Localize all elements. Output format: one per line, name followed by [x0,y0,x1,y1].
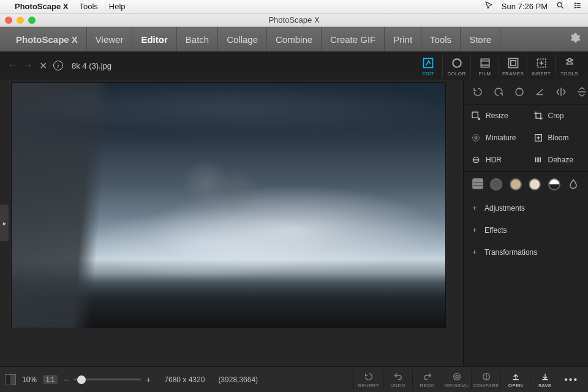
swatch-list-icon[interactable] [472,178,483,189]
flip-horizontal-icon[interactable] [556,86,567,98]
canvas-area[interactable] [0,80,463,366]
zoom-percent[interactable]: 10% [22,375,37,384]
svg-point-12 [571,59,573,61]
tool-dehaze[interactable]: Dehaze [526,149,589,171]
redo-icon [413,371,442,382]
zoom-slider-knob[interactable] [77,375,86,384]
tab-collage[interactable]: Collage [218,27,267,51]
workspace: ▸ Resize Crop Miniature Bloom HDR Dehaze [0,80,588,366]
plus-icon: + [472,225,478,235]
tool-miniature[interactable]: Miniature [464,127,526,149]
tooltab-edit[interactable]: EDIT [414,54,442,78]
tool-hdr[interactable]: HDR [464,149,526,171]
tab-create-gif[interactable]: Create GIF [322,27,385,51]
btn-original[interactable]: ORIGINAL [442,370,471,390]
compare-icon [472,371,500,382]
btn-more[interactable]: ••• [559,374,583,385]
tool-resize[interactable]: Resize [464,105,526,127]
tooltab-frames[interactable]: FRAMES [499,54,527,78]
edit-icon [414,56,442,70]
svg-point-0 [557,2,562,7]
svg-point-13 [516,88,523,96]
tooltab-color[interactable]: COLOR [442,54,470,78]
menubar-clock[interactable]: Sun 7:26 PM [502,2,548,11]
rotate-arbitrary-icon[interactable] [514,86,525,98]
swatch-split[interactable] [548,178,560,190]
zoom-slider[interactable] [74,379,141,380]
frames-icon [499,56,527,70]
tab-combine[interactable]: Combine [267,27,322,51]
svg-point-3 [575,7,575,8]
window-title: PhotoScape X [0,15,588,24]
revert-icon [354,371,383,382]
section-adjustments[interactable]: +Adjustments [464,197,588,219]
svg-point-16 [475,137,477,139]
tooltab-insert[interactable]: INSERT [527,54,555,78]
tab-tools[interactable]: Tools [421,27,461,51]
insert-icon [527,56,555,70]
tooltab-tools[interactable]: TOOLS [555,54,583,78]
zoom-out-icon[interactable]: − [64,375,69,385]
flip-vertical-icon[interactable] [576,86,587,98]
settings-gear-icon[interactable] [568,32,581,47]
zoom-in-icon[interactable]: + [146,375,151,385]
tab-batch[interactable]: Batch [177,27,218,51]
section-effects[interactable]: +Effects [464,219,588,241]
filename-label: 8k 4 (3).jpg [72,61,111,70]
nav-close-icon[interactable]: ✕ [39,60,47,72]
tools-icon [556,56,583,70]
btn-save[interactable]: SAVE [530,370,559,390]
plus-icon: + [472,247,478,257]
swatch-droplet-icon[interactable] [567,178,579,190]
compare-split-icon[interactable] [5,374,16,385]
main-tab-bar: PhotoScape X Viewer Editor Batch Collage… [0,27,588,51]
svg-point-1 [575,3,575,4]
svg-point-11 [567,59,568,61]
tab-store[interactable]: Store [461,27,500,51]
cursor-icon[interactable] [484,1,493,12]
menubar-tools[interactable]: Tools [79,2,97,11]
tab-viewer[interactable]: Viewer [87,27,133,51]
file-toolbar: ← → ✕ i 8k 4 (3).jpg EDIT COLOR FILM FRA… [0,51,588,80]
menubar-app[interactable]: PhotoScape X [15,2,68,11]
section-transformations[interactable]: +Transformations [464,241,588,263]
tool-crop[interactable]: Crop [526,105,589,127]
straighten-icon[interactable] [535,86,546,98]
btn-revert[interactable]: REVERT [353,370,383,390]
tab-photoscape[interactable]: PhotoScape X [7,27,87,51]
btn-compare[interactable]: COMPARE [471,370,500,390]
svg-rect-14 [472,112,478,118]
menubar-help[interactable]: Help [109,2,126,11]
btn-undo[interactable]: UNDO [383,370,412,390]
film-icon [471,56,499,70]
btn-redo[interactable]: REDO [412,370,442,390]
undo-icon [383,371,412,382]
zoom-fit-button[interactable]: 1:1 [43,375,58,384]
svg-rect-8 [510,60,515,65]
menu-list-icon[interactable] [573,1,582,12]
nav-forward-icon[interactable]: → [23,60,33,71]
sidebar-expand-handle[interactable]: ▸ [0,205,9,241]
rotate-ccw-icon[interactable] [472,86,483,98]
rotate-cw-icon[interactable] [493,86,504,98]
color-icon [443,56,470,70]
btn-open[interactable]: OPEN [500,370,530,390]
swatch-tan[interactable] [510,178,522,190]
svg-rect-7 [508,58,518,67]
tool-bloom[interactable]: Bloom [526,127,589,149]
spotlight-icon[interactable] [556,1,565,12]
tab-editor[interactable]: Editor [132,27,176,51]
image-dimensions: 7680 x 4320 [164,375,205,384]
info-icon[interactable]: i [53,61,63,70]
tooltab-film[interactable]: FILM [470,54,499,78]
svg-point-5 [453,59,461,67]
swatch-cream[interactable] [529,178,541,190]
svg-point-20 [456,375,458,378]
original-icon [442,371,471,382]
svg-point-19 [453,373,460,380]
nav-back-icon[interactable]: ← [7,60,17,71]
canvas-image[interactable] [11,82,446,328]
save-icon [530,371,559,382]
tab-print[interactable]: Print [385,27,421,51]
swatch-gray[interactable] [490,178,502,190]
